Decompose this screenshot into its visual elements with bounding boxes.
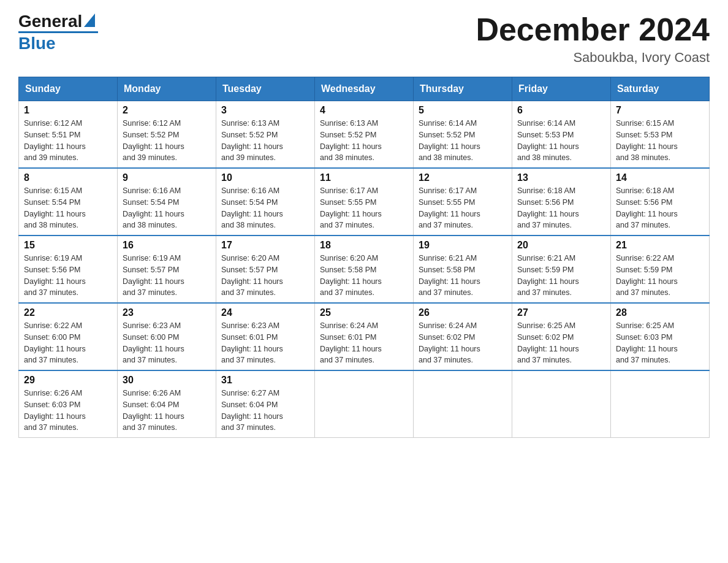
page-title: December 2024 bbox=[476, 12, 710, 47]
day-info: Sunrise: 6:27 AMSunset: 6:04 PMDaylight:… bbox=[221, 389, 283, 432]
day-number: 1 bbox=[24, 105, 112, 116]
day-number: 15 bbox=[24, 240, 112, 251]
day-info: Sunrise: 6:25 AMSunset: 6:02 PMDaylight:… bbox=[517, 321, 579, 364]
day-number: 27 bbox=[517, 307, 605, 318]
day-number: 3 bbox=[221, 105, 309, 116]
table-row: 21 Sunrise: 6:22 AMSunset: 5:59 PMDaylig… bbox=[611, 236, 710, 303]
svg-marker-0 bbox=[84, 13, 95, 27]
day-number: 24 bbox=[221, 307, 309, 318]
day-number: 6 bbox=[517, 105, 605, 116]
day-number: 12 bbox=[419, 172, 507, 183]
table-row: 18 Sunrise: 6:20 AMSunset: 5:58 PMDaylig… bbox=[315, 236, 414, 303]
calendar-header-row: Sunday Monday Tuesday Wednesday Thursday… bbox=[19, 77, 710, 101]
table-row: 29 Sunrise: 6:26 AMSunset: 6:03 PMDaylig… bbox=[19, 370, 118, 438]
day-number: 23 bbox=[123, 307, 211, 318]
day-info: Sunrise: 6:19 AMSunset: 5:56 PMDaylight:… bbox=[24, 254, 86, 297]
header-tuesday: Tuesday bbox=[216, 77, 315, 101]
table-row: 16 Sunrise: 6:19 AMSunset: 5:57 PMDaylig… bbox=[118, 236, 216, 303]
day-info: Sunrise: 6:18 AMSunset: 5:56 PMDaylight:… bbox=[616, 186, 678, 229]
table-row: 2 Sunrise: 6:12 AMSunset: 5:52 PMDayligh… bbox=[118, 101, 216, 169]
table-row: 10 Sunrise: 6:16 AMSunset: 5:54 PMDaylig… bbox=[216, 168, 315, 236]
header-wednesday: Wednesday bbox=[315, 77, 414, 101]
table-row: 9 Sunrise: 6:16 AMSunset: 5:54 PMDayligh… bbox=[118, 168, 216, 236]
table-row: 19 Sunrise: 6:21 AMSunset: 5:58 PMDaylig… bbox=[414, 236, 512, 303]
day-number: 31 bbox=[221, 375, 309, 386]
day-number: 28 bbox=[616, 307, 704, 318]
day-info: Sunrise: 6:12 AMSunset: 5:51 PMDaylight:… bbox=[24, 119, 86, 162]
table-row: 20 Sunrise: 6:21 AMSunset: 5:59 PMDaylig… bbox=[512, 236, 611, 303]
table-row bbox=[315, 370, 414, 438]
header-thursday: Thursday bbox=[414, 77, 512, 101]
day-number: 11 bbox=[320, 172, 408, 183]
day-number: 14 bbox=[616, 172, 704, 183]
table-row: 22 Sunrise: 6:22 AMSunset: 6:00 PMDaylig… bbox=[19, 303, 118, 370]
logo-triangle-icon bbox=[84, 13, 95, 27]
day-number: 4 bbox=[320, 105, 408, 116]
table-row: 23 Sunrise: 6:23 AMSunset: 6:00 PMDaylig… bbox=[118, 303, 216, 370]
day-info: Sunrise: 6:15 AMSunset: 5:54 PMDaylight:… bbox=[24, 186, 86, 229]
table-row: 6 Sunrise: 6:14 AMSunset: 5:53 PMDayligh… bbox=[512, 101, 611, 169]
table-row: 30 Sunrise: 6:26 AMSunset: 6:04 PMDaylig… bbox=[118, 370, 216, 438]
day-number: 19 bbox=[419, 240, 507, 251]
day-number: 13 bbox=[517, 172, 605, 183]
table-row: 12 Sunrise: 6:17 AMSunset: 5:55 PMDaylig… bbox=[414, 168, 512, 236]
day-info: Sunrise: 6:20 AMSunset: 5:57 PMDaylight:… bbox=[221, 254, 283, 297]
table-row: 1 Sunrise: 6:12 AMSunset: 5:51 PMDayligh… bbox=[19, 101, 118, 169]
day-info: Sunrise: 6:18 AMSunset: 5:56 PMDaylight:… bbox=[517, 186, 579, 229]
header-monday: Monday bbox=[118, 77, 216, 101]
logo: General Blue bbox=[18, 12, 98, 53]
day-info: Sunrise: 6:15 AMSunset: 5:53 PMDaylight:… bbox=[616, 119, 678, 162]
day-info: Sunrise: 6:16 AMSunset: 5:54 PMDaylight:… bbox=[221, 186, 283, 229]
day-number: 2 bbox=[123, 105, 211, 116]
day-info: Sunrise: 6:23 AMSunset: 6:00 PMDaylight:… bbox=[123, 321, 184, 364]
day-info: Sunrise: 6:14 AMSunset: 5:52 PMDaylight:… bbox=[419, 119, 480, 162]
day-info: Sunrise: 6:23 AMSunset: 6:01 PMDaylight:… bbox=[221, 321, 283, 364]
logo-general-text: General bbox=[18, 12, 82, 31]
day-info: Sunrise: 6:13 AMSunset: 5:52 PMDaylight:… bbox=[320, 119, 382, 162]
table-row: 13 Sunrise: 6:18 AMSunset: 5:56 PMDaylig… bbox=[512, 168, 611, 236]
table-row: 3 Sunrise: 6:13 AMSunset: 5:52 PMDayligh… bbox=[216, 101, 315, 169]
table-row: 11 Sunrise: 6:17 AMSunset: 5:55 PMDaylig… bbox=[315, 168, 414, 236]
day-number: 10 bbox=[221, 172, 309, 183]
day-number: 5 bbox=[419, 105, 507, 116]
table-row bbox=[512, 370, 611, 438]
day-info: Sunrise: 6:24 AMSunset: 6:01 PMDaylight:… bbox=[320, 321, 382, 364]
day-number: 30 bbox=[123, 375, 211, 386]
header-sunday: Sunday bbox=[19, 77, 118, 101]
day-number: 29 bbox=[24, 375, 112, 386]
subtitle: Saboukba, Ivory Coast bbox=[476, 50, 710, 66]
header: General Blue December 2024 Saboukba, Ivo… bbox=[18, 12, 710, 66]
table-row: 5 Sunrise: 6:14 AMSunset: 5:52 PMDayligh… bbox=[414, 101, 512, 169]
day-info: Sunrise: 6:26 AMSunset: 6:04 PMDaylight:… bbox=[123, 389, 184, 432]
day-info: Sunrise: 6:21 AMSunset: 5:59 PMDaylight:… bbox=[517, 254, 579, 297]
day-info: Sunrise: 6:24 AMSunset: 6:02 PMDaylight:… bbox=[419, 321, 480, 364]
table-row: 27 Sunrise: 6:25 AMSunset: 6:02 PMDaylig… bbox=[512, 303, 611, 370]
title-area: December 2024 Saboukba, Ivory Coast bbox=[476, 12, 710, 66]
table-row bbox=[611, 370, 710, 438]
day-info: Sunrise: 6:14 AMSunset: 5:53 PMDaylight:… bbox=[517, 119, 579, 162]
table-row: 17 Sunrise: 6:20 AMSunset: 5:57 PMDaylig… bbox=[216, 236, 315, 303]
calendar-table: Sunday Monday Tuesday Wednesday Thursday… bbox=[18, 77, 710, 438]
day-number: 17 bbox=[221, 240, 309, 251]
day-info: Sunrise: 6:12 AMSunset: 5:52 PMDaylight:… bbox=[123, 119, 184, 162]
day-info: Sunrise: 6:16 AMSunset: 5:54 PMDaylight:… bbox=[123, 186, 184, 229]
header-friday: Friday bbox=[512, 77, 611, 101]
day-number: 26 bbox=[419, 307, 507, 318]
day-info: Sunrise: 6:26 AMSunset: 6:03 PMDaylight:… bbox=[24, 389, 86, 432]
day-number: 8 bbox=[24, 172, 112, 183]
calendar-week-row: 8 Sunrise: 6:15 AMSunset: 5:54 PMDayligh… bbox=[19, 168, 710, 236]
day-info: Sunrise: 6:17 AMSunset: 5:55 PMDaylight:… bbox=[320, 186, 382, 229]
calendar-week-row: 15 Sunrise: 6:19 AMSunset: 5:56 PMDaylig… bbox=[19, 236, 710, 303]
calendar-week-row: 22 Sunrise: 6:22 AMSunset: 6:00 PMDaylig… bbox=[19, 303, 710, 370]
day-info: Sunrise: 6:17 AMSunset: 5:55 PMDaylight:… bbox=[419, 186, 480, 229]
day-info: Sunrise: 6:20 AMSunset: 5:58 PMDaylight:… bbox=[320, 254, 382, 297]
logo-blue-text: Blue bbox=[18, 34, 56, 53]
day-info: Sunrise: 6:25 AMSunset: 6:03 PMDaylight:… bbox=[616, 321, 678, 364]
table-row: 24 Sunrise: 6:23 AMSunset: 6:01 PMDaylig… bbox=[216, 303, 315, 370]
day-number: 9 bbox=[123, 172, 211, 183]
day-number: 16 bbox=[123, 240, 211, 251]
table-row bbox=[414, 370, 512, 438]
calendar-week-row: 29 Sunrise: 6:26 AMSunset: 6:03 PMDaylig… bbox=[19, 370, 710, 438]
logo-underline bbox=[18, 31, 98, 33]
day-number: 7 bbox=[616, 105, 704, 116]
